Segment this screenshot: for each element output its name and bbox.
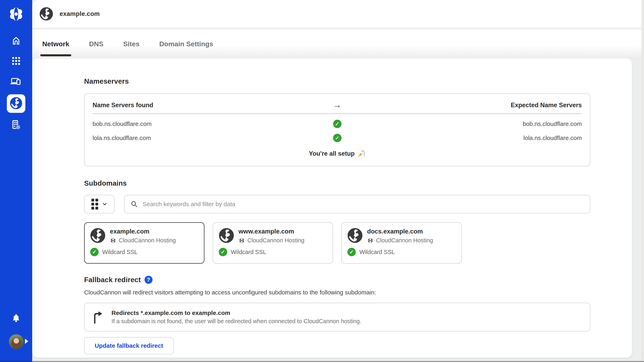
arrow-right-icon: → — [328, 100, 346, 110]
redirect-arrow-icon — [92, 311, 104, 324]
search-bar — [124, 195, 590, 213]
check-circle-icon: ✓ — [347, 248, 356, 256]
check-circle-icon: ✓ — [90, 248, 98, 256]
update-fallback-redirect-button[interactable]: Update fallback redirect — [84, 337, 174, 354]
ssl-label: Wildcard SSL — [231, 249, 266, 255]
cloudcannon-mini-logo — [367, 237, 374, 244]
table-header-divider — [92, 113, 582, 114]
tab-network[interactable]: Network — [42, 34, 70, 53]
user-avatar[interactable] — [9, 334, 24, 349]
tab-dns[interactable]: DNS — [88, 34, 104, 53]
nameservers-table: Name Servers found → Expected Name Serve… — [84, 93, 590, 166]
hosting-label: CloudCannon Hosting — [247, 237, 304, 244]
nameserver-expected-value: bob.ns.cloudflare.com — [346, 120, 582, 127]
main-area: example.com Network DNS Sites Domain Set… — [32, 0, 644, 362]
tab-sites[interactable]: Sites — [123, 34, 140, 53]
help-icon[interactable]: ? — [144, 276, 152, 284]
nameservers-heading: Nameservers — [84, 77, 632, 85]
subdomain-name: example.com — [110, 228, 176, 235]
ssl-label: Wildcard SSL — [102, 249, 138, 255]
nameserver-found-value: lola.ns.cloudflare.com — [92, 135, 328, 141]
apps-grid-icon — [10, 55, 22, 68]
cloudcannon-logo[interactable] — [8, 6, 24, 22]
header-divider — [32, 28, 644, 29]
tab-domain-settings[interactable]: Domain Settings — [159, 34, 214, 53]
fallback-redirect-box: Redirects *.example.com to example.com I… — [84, 303, 590, 332]
home-icon — [10, 34, 22, 47]
check-circle-icon: ✓ — [333, 120, 342, 128]
grid-view-icon — [91, 199, 98, 210]
globe-icon — [10, 97, 22, 110]
content-panel: Nameservers Name Servers found → Expecte… — [32, 58, 632, 358]
column-expected-name-servers: Expected Name Servers — [346, 102, 582, 109]
subdomain-name: www.example.com — [238, 228, 304, 235]
party-popper-emoji — [357, 149, 366, 158]
redirect-rule-title: Redirects *.example.com to example.com — [112, 310, 361, 316]
setup-success-message: You're all setup — [92, 149, 582, 158]
hosting-label: CloudCannon Hosting — [376, 237, 433, 244]
window-bottom-edge — [0, 361, 644, 362]
sidebar — [0, 0, 32, 362]
cloudcannon-mini-logo — [238, 237, 245, 244]
fallback-redirect-heading: Fallback redirect — [84, 276, 141, 284]
subdomain-name: docs.example.com — [367, 228, 433, 235]
subdomains-heading: Subdomains — [84, 179, 632, 187]
organization-gear-icon — [10, 119, 22, 132]
table-row: bob.ns.cloudflare.com ✓ bob.ns.cloudflar… — [92, 120, 582, 128]
domain-header: example.com — [32, 0, 644, 28]
layout-filter-dropdown[interactable] — [84, 195, 114, 213]
setup-success-text: You're all setup — [309, 150, 354, 157]
sidebar-item-home[interactable] — [7, 33, 25, 49]
tab-bar: Network DNS Sites Domain Settings — [32, 29, 644, 58]
nameservers-table-header: Name Servers found → Expected Name Serve… — [92, 100, 582, 110]
avatar-expand-caret[interactable] — [25, 339, 28, 344]
check-circle-icon: ✓ — [333, 134, 342, 142]
subdomain-card-docs[interactable]: docs.example.com CloudCannon Hosting ✓ W… — [341, 222, 462, 264]
page-title: example.com — [60, 10, 100, 17]
subdomains-controls — [84, 195, 632, 213]
hosting-label: CloudCannon Hosting — [119, 237, 176, 244]
ssl-label: Wildcard SSL — [360, 249, 395, 255]
cloudcannon-mini-logo — [110, 237, 116, 244]
redirect-rule-description: If a subdomain is not found, the user wi… — [112, 318, 361, 325]
search-icon — [130, 200, 138, 208]
search-input[interactable] — [143, 201, 584, 208]
table-row: lola.ns.cloudflare.com ✓ lola.ns.cloudfl… — [92, 134, 582, 142]
sidebar-nav — [0, 33, 32, 133]
sidebar-item-domains[interactable] — [7, 94, 25, 113]
sidebar-item-sites[interactable] — [7, 74, 25, 90]
subdomain-cards: example.com CloudCannon Hosting ✓ Wildca… — [84, 222, 632, 264]
column-name-servers-found: Name Servers found — [92, 102, 328, 109]
devices-icon — [10, 75, 22, 88]
scrollbar[interactable] — [642, 0, 644, 362]
check-circle-icon: ✓ — [219, 248, 227, 256]
nameserver-expected-value: lola.ns.cloudflare.com — [346, 135, 582, 141]
sidebar-item-organization[interactable] — [7, 117, 25, 133]
globe-icon — [219, 228, 234, 243]
globe-icon — [90, 228, 106, 243]
subdomain-card-www[interactable]: www.example.com CloudCannon Hosting ✓ Wi… — [213, 222, 333, 264]
nameserver-found-value: bob.ns.cloudflare.com — [92, 120, 328, 127]
domain-globe-icon — [40, 7, 53, 21]
subdomain-card-example[interactable]: example.com CloudCannon Hosting ✓ Wildca… — [84, 222, 204, 264]
notification-bell-icon[interactable] — [11, 313, 21, 325]
chevron-down-icon — [102, 201, 108, 207]
sidebar-item-apps[interactable] — [7, 53, 25, 69]
globe-icon — [347, 228, 363, 243]
fallback-description: CloudCannon will redirect visitors attem… — [84, 289, 632, 296]
